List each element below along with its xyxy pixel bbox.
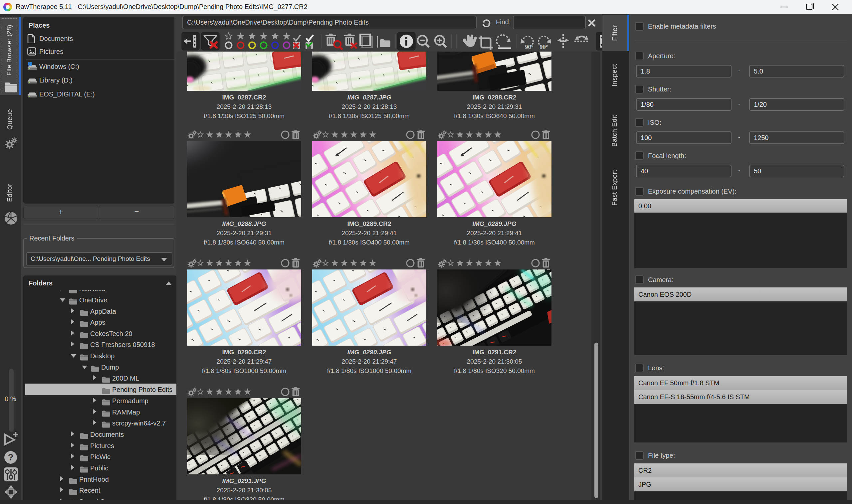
svg-text:?: ? — [8, 452, 13, 463]
svg-text:90°: 90° — [525, 44, 533, 50]
svg-text:90°: 90° — [539, 44, 548, 50]
